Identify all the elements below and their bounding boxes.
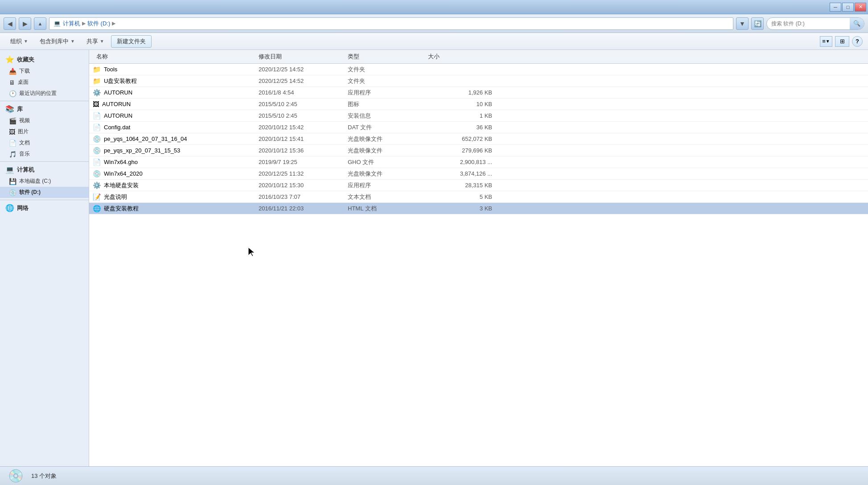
video-label: 视频 — [19, 117, 30, 124]
network-header[interactable]: 🌐 网络 — [0, 202, 89, 214]
file-size-cell: 36 KB — [428, 124, 499, 131]
forward-button[interactable]: ▶ — [19, 17, 31, 30]
table-row[interactable]: 💿 Win7x64_2020 2020/12/25 11:32 光盘映像文件 3… — [89, 168, 868, 180]
library-header[interactable]: 📚 库 — [0, 103, 89, 115]
sidebar-item-video[interactable]: 🎬 视频 — [0, 115, 89, 126]
pictures-label: 图片 — [18, 128, 29, 136]
preview-pane-button[interactable]: ⊞ — [835, 36, 849, 47]
table-row[interactable]: 🖼 AUTORUN 2015/5/10 2:45 图标 10 KB — [89, 99, 868, 110]
file-type-icon: 📄 — [93, 112, 101, 120]
file-date-cell: 2016/10/23 7:07 — [259, 193, 348, 200]
favorites-header[interactable]: ⭐ 收藏夹 — [0, 53, 89, 66]
file-type-icon: ⚙️ — [93, 89, 101, 97]
library-label: 库 — [17, 105, 23, 113]
refresh-button[interactable]: 🔄 — [751, 17, 764, 30]
favorites-section: ⭐ 收藏夹 📥 下载 🖥 桌面 🕐 最近访问的位置 — [0, 53, 89, 99]
sidebar-item-d-drive[interactable]: 💿 软件 (D:) — [0, 187, 89, 198]
file-date-cell: 2015/5/10 2:45 — [259, 112, 348, 119]
new-folder-button[interactable]: 新建文件夹 — [111, 35, 152, 48]
file-type-cell: 文本文档 — [348, 193, 428, 201]
computer-nav-icon: 💻 — [5, 165, 14, 174]
minimize-button[interactable]: ─ — [830, 3, 841, 12]
file-size-cell: 28,315 KB — [428, 182, 499, 189]
network-label: 网络 — [17, 204, 29, 212]
share-button[interactable]: 共享 ▼ — [82, 35, 109, 48]
sidebar-item-downloads[interactable]: 📥 下载 — [0, 66, 89, 77]
network-section: 🌐 网络 — [0, 202, 89, 214]
organize-button[interactable]: 组织 ▼ — [5, 35, 33, 48]
archive-button[interactable]: 包含到库中 ▼ — [35, 35, 80, 48]
breadcrumb-drive[interactable]: 软件 (D:) — [87, 20, 110, 28]
col-date-label: 修改日期 — [259, 53, 282, 61]
file-type-cell: 文件夹 — [348, 77, 428, 85]
file-name-cell: 🖼 AUTORUN — [89, 100, 259, 108]
file-date-cell: 2020/10/12 15:30 — [259, 182, 348, 189]
sidebar-item-desktop[interactable]: 🖥 桌面 — [0, 77, 89, 88]
close-button[interactable]: ✕ — [855, 3, 866, 12]
table-row[interactable]: 📄 Config.dat 2020/10/12 15:42 DAT 文件 36 … — [89, 122, 868, 133]
sidebar-item-pictures[interactable]: 🖼 图片 — [0, 126, 89, 137]
computer-section: 💻 计算机 💾 本地磁盘 (C:) 💿 软件 (D:) — [0, 164, 89, 198]
table-row[interactable]: 📝 光盘说明 2016/10/23 7:07 文本文档 5 KB — [89, 191, 868, 203]
file-size-cell: 652,072 KB — [428, 136, 499, 142]
file-date-cell: 2020/12/25 11:32 — [259, 170, 348, 177]
back-button[interactable]: ◀ — [4, 17, 16, 30]
sidebar-item-recent[interactable]: 🕐 最近访问的位置 — [0, 88, 89, 99]
archive-label: 包含到库中 — [40, 37, 69, 45]
maximize-button[interactable]: □ — [842, 3, 854, 12]
sidebar-item-c-drive[interactable]: 💾 本地磁盘 (C:) — [0, 176, 89, 187]
music-label: 音乐 — [19, 150, 30, 158]
sidebar-item-music[interactable]: 🎵 音乐 — [0, 148, 89, 160]
table-row[interactable]: 📄 AUTORUN 2015/5/10 2:45 安装信息 1 KB — [89, 110, 868, 122]
search-button[interactable]: 🔍 — [850, 18, 864, 29]
sidebar: ⭐ 收藏夹 📥 下载 🖥 桌面 🕐 最近访问的位置 📚 库 — [0, 50, 89, 466]
video-icon: 🎬 — [9, 117, 16, 124]
dropdown-button[interactable]: ▼ — [736, 17, 749, 30]
computer-label: 计算机 — [17, 166, 34, 174]
col-date-header[interactable]: 修改日期 — [259, 53, 348, 61]
breadcrumb: 💻 计算机 ▶ 软件 (D:) ▶ — [49, 17, 733, 30]
file-name-text: 硬盘安装教程 — [104, 205, 139, 213]
library-section: 📚 库 🎬 视频 🖼 图片 📄 文档 🎵 音乐 — [0, 103, 89, 160]
table-row[interactable]: 📄 Win7x64.gho 2019/9/7 19:25 GHO 文件 2,90… — [89, 156, 868, 168]
file-name-cell: 🌐 硬盘安装教程 — [89, 205, 259, 213]
file-date-cell: 2019/9/7 19:25 — [259, 159, 348, 165]
file-type-cell: DAT 文件 — [348, 123, 428, 132]
help-button[interactable]: ? — [852, 36, 863, 47]
col-name-header[interactable]: 名称 — [89, 53, 259, 61]
computer-header[interactable]: 💻 计算机 — [0, 164, 89, 176]
table-row[interactable]: ⚙️ AUTORUN 2016/1/8 4:54 应用程序 1,926 KB — [89, 87, 868, 99]
divider-3 — [0, 200, 89, 200]
table-row[interactable]: ⚙️ 本地硬盘安装 2020/10/12 15:30 应用程序 28,315 K… — [89, 180, 868, 191]
table-row[interactable]: 💿 pe_yqs_1064_20_07_31_16_04 2020/10/12 … — [89, 133, 868, 145]
file-name-text: AUTORUN — [104, 112, 132, 119]
breadcrumb-sep-2: ▶ — [112, 21, 115, 26]
status-icon: 💿 — [7, 468, 24, 485]
col-type-label: 类型 — [348, 53, 359, 61]
table-row[interactable]: 💿 pe_yqs_xp_20_07_31_15_53 2020/10/12 15… — [89, 145, 868, 156]
sidebar-item-documents[interactable]: 📄 文档 — [0, 137, 89, 148]
favorites-label: 收藏夹 — [17, 56, 34, 64]
breadcrumb-computer[interactable]: 计算机 — [63, 20, 80, 28]
file-name-text: Win7x64_2020 — [104, 170, 143, 177]
status-bar: 💿 13 个对象 — [0, 466, 868, 485]
recent-icon: 🕐 — [9, 90, 16, 97]
file-type-cell: 光盘映像文件 — [348, 170, 428, 178]
table-row[interactable]: 📁 U盘安装教程 2020/12/25 14:52 文件夹 — [89, 75, 868, 87]
file-type-cell: 光盘映像文件 — [348, 135, 428, 143]
file-type-cell: 文件夹 — [348, 66, 428, 74]
file-type-icon: 💿 — [93, 170, 101, 178]
file-type-cell: 安装信息 — [348, 112, 428, 120]
file-type-icon: 📁 — [93, 66, 101, 74]
file-type-icon: 🖼 — [93, 100, 99, 108]
search-input[interactable] — [767, 21, 850, 27]
file-list-header: 名称 修改日期 类型 大小 — [89, 50, 868, 64]
table-row[interactable]: 🌐 硬盘安装教程 2016/11/21 22:03 HTML 文档 3 KB — [89, 203, 868, 214]
view-button[interactable]: ≡ ▼ — [820, 36, 832, 47]
file-date-cell: 2020/12/25 14:52 — [259, 66, 348, 73]
up-button[interactable]: ▲ — [34, 17, 46, 30]
col-size-header[interactable]: 大小 — [428, 53, 499, 61]
col-type-header[interactable]: 类型 — [348, 53, 428, 61]
file-type-cell: 光盘映像文件 — [348, 147, 428, 155]
table-row[interactable]: 📁 Tools 2020/12/25 14:52 文件夹 — [89, 64, 868, 75]
